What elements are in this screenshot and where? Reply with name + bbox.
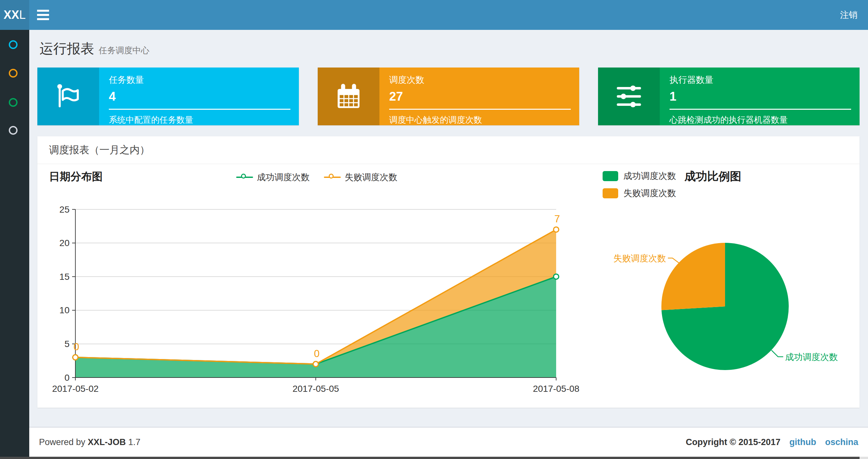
y-tick-label: 10 <box>59 305 69 315</box>
legend-item-success[interactable]: 成功调度次数 <box>602 170 676 182</box>
scrollbar-corner <box>860 457 868 459</box>
info-box-value: 4 <box>109 90 290 103</box>
point-label-fail: 0 <box>73 341 79 353</box>
footer-right: Copyright © 2015-2017 github oschina <box>686 437 858 447</box>
pie-callout-label-success: 成功调度次数 <box>785 352 838 362</box>
info-box-triggers: 调度次数 27 调度中心触发的调度次数 <box>318 67 579 125</box>
marker-fail <box>73 355 78 360</box>
date-distribution-chart[interactable]: 05101520252017-05-022017-05-052017-05-08… <box>45 198 585 409</box>
line-chart-legend: 成功调度次数 失败调度次数 <box>236 171 397 183</box>
sliders-icon <box>598 67 660 125</box>
pie-chart-legend: 成功调度次数 失败调度次数 <box>602 170 676 199</box>
legend-item-fail[interactable]: 失败调度次数 <box>602 187 676 199</box>
x-tick-label: 2017-05-08 <box>533 384 579 394</box>
success-ratio-pie-chart[interactable]: 失败调度次数 成功调度次数 <box>601 206 858 391</box>
collapsed-sidebar <box>0 30 29 459</box>
info-box-description: 系统中配置的任务数量 <box>109 114 290 126</box>
info-box-description: 调度中心触发的调度次数 <box>389 114 571 126</box>
page-footer: Powered by XXL-JOB 1.7 Copyright © 2015-… <box>29 427 868 457</box>
x-tick-label: 2017-05-05 <box>292 384 339 394</box>
info-box-title: 调度次数 <box>389 74 571 86</box>
github-link[interactable]: github <box>789 437 816 447</box>
hamburger-icon <box>37 10 49 12</box>
y-tick-label: 0 <box>64 373 69 383</box>
line-marker-icon <box>324 176 341 178</box>
info-box-title: 任务数量 <box>109 74 290 86</box>
divider <box>670 109 851 110</box>
y-tick-label: 5 <box>64 339 69 349</box>
logo-text-light: L <box>19 8 26 22</box>
product-version: 1.7 <box>128 437 141 447</box>
info-box-value: 27 <box>389 90 571 103</box>
flag-icon <box>37 67 99 125</box>
marker-success <box>554 274 559 279</box>
info-box-value: 1 <box>670 90 851 103</box>
app-logo[interactable]: XXL <box>0 0 29 30</box>
horizontal-scrollbar[interactable] <box>0 457 868 459</box>
sidebar-toggle-button[interactable] <box>29 0 57 30</box>
page-subtitle: 任务调度中心 <box>99 45 149 56</box>
info-box-executors: 执行器数量 1 心跳检测成功的执行器机器数量 <box>598 67 860 125</box>
point-label-fail: 0 <box>314 348 319 359</box>
pie-callout-label-fail: 失败调度次数 <box>613 254 666 263</box>
logout-button[interactable]: 注销 <box>830 0 868 30</box>
marker-fail <box>554 227 559 232</box>
sidebar-item-3-circle-icon[interactable] <box>9 98 18 107</box>
x-tick-label: 2017-05-02 <box>52 384 98 394</box>
divider <box>389 109 571 110</box>
y-tick-label: 25 <box>59 204 69 215</box>
copyright-text: Copyright © 2015-2017 <box>686 437 781 447</box>
panel-title: 调度报表（一月之内） <box>37 136 860 164</box>
y-tick-label: 20 <box>59 238 69 248</box>
footer-powered-by: Powered by XXL-JOB 1.7 <box>39 437 140 447</box>
divider <box>109 109 290 110</box>
y-tick-label: 15 <box>59 272 69 282</box>
sidebar-item-2-circle-icon[interactable] <box>9 69 18 77</box>
pie-callout-line-success <box>772 350 783 357</box>
point-label-fail: 7 <box>554 213 560 225</box>
info-box-title: 执行器数量 <box>670 74 851 86</box>
oschina-link[interactable]: oschina <box>825 437 858 447</box>
pie-callout-line-fail <box>668 258 679 263</box>
line-chart-title: 日期分布图 <box>49 169 103 184</box>
page-header: 运行报表 任务调度中心 <box>40 40 149 58</box>
page-title: 运行报表 <box>40 40 94 58</box>
swatch-icon <box>602 171 618 181</box>
report-panel: 调度报表（一月之内） 日期分布图 成功调度次数 失败调度次数 成功调度次数 失败… <box>37 136 860 408</box>
pie-slice-fail <box>661 243 725 310</box>
top-navbar: XXL 注销 <box>0 0 868 30</box>
swatch-icon <box>602 188 618 198</box>
info-box-jobs: 任务数量 4 系统中配置的任务数量 <box>37 67 299 125</box>
info-box-description: 心跳检测成功的执行器机器数量 <box>670 114 851 126</box>
sidebar-item-1-circle-icon[interactable] <box>9 40 18 49</box>
sidebar-item-4-circle-icon[interactable] <box>9 126 18 135</box>
product-name: XXL-JOB <box>88 437 126 447</box>
line-marker-icon <box>236 176 253 178</box>
logo-text-bold: XX <box>4 8 19 22</box>
legend-item-success[interactable]: 成功调度次数 <box>236 171 310 183</box>
marker-fail <box>313 362 318 367</box>
xxl-job-dashboard: XXL 注销 运行报表 任务调度中心 任务数量 4 <box>0 0 868 459</box>
pie-chart-title: 成功比例图 <box>684 169 741 184</box>
legend-item-fail[interactable]: 失败调度次数 <box>324 171 397 183</box>
calendar-icon <box>318 67 379 125</box>
